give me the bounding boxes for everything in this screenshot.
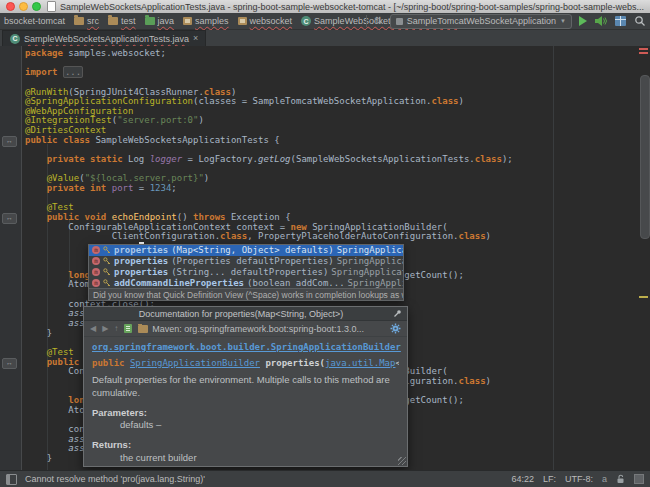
doc-popup-content: org.springframework.boot.builder.SpringA… (84, 337, 407, 466)
window-title: SampleWebSocketsApplicationTests.java - … (60, 2, 644, 12)
method-icon: m (92, 268, 100, 276)
toolwindow-toggle-icon[interactable] (6, 474, 17, 485)
package-icon (238, 17, 247, 25)
inspections-hector-icon[interactable] (634, 474, 644, 484)
status-bar: Cannot resolve method 'pro(java.lang.Str… (0, 470, 650, 487)
visibility-key-icon (103, 279, 111, 287)
error-stripe-mark (639, 52, 648, 54)
completion-item[interactable]: maddCommandLineProperties(boolean addCom… (89, 277, 403, 288)
minimize-window-button[interactable] (19, 2, 28, 11)
gutter-marker-icon[interactable]: ↔ (2, 213, 17, 224)
edit-source-icon[interactable] (124, 324, 132, 333)
navigation-bar: bsocket-tomcatsrctestjavasampleswebsocke… (0, 13, 650, 30)
class-icon: C (301, 16, 311, 26)
doc-description: Default properties for the environment. … (92, 374, 399, 400)
completion-method-name: properties (114, 256, 168, 266)
updown-icon[interactable]: ⇅ (374, 16, 382, 26)
error-stripe-mark (639, 48, 648, 50)
chevron-down-icon: ▼ (560, 18, 566, 24)
returns-label: Returns: (92, 439, 399, 452)
breadcrumb-item-samples[interactable]: samples (183, 16, 229, 26)
completion-return-type: SpringApplicationBuilder (337, 245, 403, 255)
code-line: private int port = 1234; (25, 184, 513, 194)
resize-grip[interactable] (398, 457, 406, 465)
return-type-link[interactable]: SpringApplicationBuilder (130, 358, 260, 368)
ide-window: SampleWebSocketsApplicationTests.java - … (0, 0, 650, 487)
doc-popup-header[interactable]: Documentation for properties(Map<String,… (84, 307, 407, 321)
class-qualified-link[interactable]: org.springframework.boot.builder.SpringA… (92, 342, 401, 352)
forward-icon[interactable]: ▶ (102, 324, 108, 333)
visibility-key-icon (103, 246, 111, 254)
tab-label: SampleWebSocketsApplicationTests.java (24, 34, 189, 44)
scrollbar-thumb[interactable] (640, 75, 650, 239)
completion-item[interactable]: mproperties(String... defaultProperties)… (89, 267, 403, 278)
tab-sample-websockets-tests[interactable]: C SampleWebSocketsApplicationTests.java … (2, 30, 206, 46)
title-wrap: SampleWebSocketsApplicationTests.java - … (41, 1, 650, 12)
code-line: package samples.websocket; (25, 49, 513, 59)
document-icon (47, 1, 56, 12)
tool-window-grid-icon[interactable] (614, 15, 627, 27)
completion-hint-text: Did you know that Quick Definition View … (93, 290, 403, 300)
editor-tab-bar: C SampleWebSocketsApplicationTests.java … (0, 30, 650, 47)
class-icon: C (10, 34, 20, 44)
visibility-key-icon (103, 268, 111, 276)
returns-value: the current builder (120, 452, 399, 465)
completion-method-name: properties (114, 245, 168, 255)
breadcrumb: bsocket-tomcatsrctestjavasampleswebsocke… (4, 16, 366, 26)
column-mode-icon[interactable]: a (602, 474, 607, 484)
breadcrumb-label: websocket (250, 16, 293, 26)
breadcrumb-label: java (158, 16, 175, 26)
completion-item[interactable]: mproperties(Properties defaultProperties… (89, 256, 403, 267)
code-line: public class SampleWebSocketsApplication… (25, 136, 513, 146)
lock-icon[interactable] (616, 474, 625, 484)
run-config-label: SampleTomcatWebSocketApplication (407, 16, 556, 26)
caret-position[interactable]: 64:22 (511, 474, 534, 484)
search-icon[interactable] (634, 15, 646, 27)
doc-popup-toolbar: ◀ ▶ ↑ Maven: org.springframework.boot:sp… (84, 321, 407, 337)
folder-icon (108, 17, 118, 25)
run-config-icon (396, 18, 403, 25)
gutter-marker-icon[interactable]: ↔ (2, 136, 17, 147)
breadcrumb-item-src[interactable]: src (74, 16, 99, 26)
status-right: 64:22 LF: UTF-8: a (511, 474, 644, 484)
code-line (25, 194, 513, 204)
doc-parameters-section: Parameters: defaults – (92, 407, 399, 433)
map-type-link[interactable]: java.util.Map (325, 358, 395, 368)
coverage-speaker-icon[interactable] (594, 15, 607, 27)
error-stripe-mark (639, 296, 648, 298)
pin-icon[interactable] (393, 309, 402, 318)
method-icon: m (92, 257, 100, 265)
editor-gutter: ↔↔↔ (0, 46, 22, 470)
zoom-window-button[interactable] (32, 2, 41, 11)
breadcrumb-item-bsocket-tomcat[interactable]: bsocket-tomcat (4, 16, 65, 26)
completion-return-type: SpringApplicationBuilder (331, 267, 403, 277)
back-icon[interactable]: ◀ (90, 324, 96, 333)
gear-icon[interactable] (390, 323, 401, 334)
file-encoding[interactable]: UTF-8: (565, 474, 593, 484)
run-button[interactable] (579, 16, 587, 26)
folder-icon (74, 17, 84, 25)
line-separator[interactable]: LF: (543, 474, 556, 484)
right-margin-guide (553, 46, 554, 470)
breadcrumb-item-java[interactable]: java (145, 16, 175, 26)
method-name: properties (265, 358, 319, 368)
close-window-button[interactable] (6, 2, 15, 11)
run-configuration-select[interactable]: SampleTomcatWebSocketApplication ▼ (390, 14, 572, 29)
completion-params: (String... defaultProperties) (171, 267, 328, 277)
close-icon[interactable]: × (193, 34, 198, 43)
completion-params: (Properties defaultProperties) (171, 256, 334, 266)
up-icon[interactable]: ↑ (114, 324, 118, 333)
signature-keyword: public (92, 358, 130, 368)
source-folder-icon (145, 17, 155, 25)
breadcrumb-item-test[interactable]: test (108, 16, 136, 26)
editor-scrollbar (638, 46, 650, 470)
completion-hint: Did you know that Quick Definition View … (89, 288, 403, 300)
completion-item[interactable]: mproperties(Map<String, Object> defaults… (89, 245, 403, 256)
breadcrumb-label: test (121, 16, 136, 26)
status-message: Cannot resolve method 'pro(java.lang.Str… (25, 474, 205, 484)
completion-method-name: addCommandLineProperties (114, 278, 244, 288)
gutter-marker-icon[interactable]: ↔ (2, 358, 17, 369)
breadcrumb-item-websocket[interactable]: websocket (238, 16, 293, 26)
code-line (25, 59, 513, 69)
module-folder-icon (138, 325, 148, 333)
